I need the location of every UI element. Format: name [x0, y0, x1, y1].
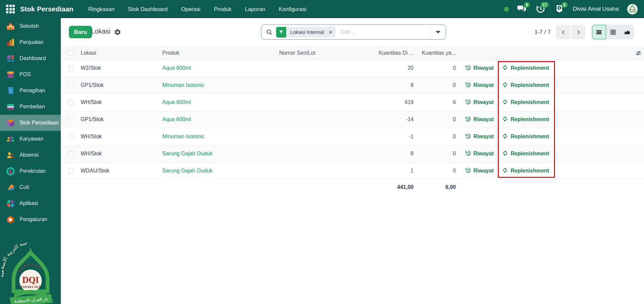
total-qty-di: 441,00 [339, 184, 414, 190]
pivot-view-button[interactable] [606, 25, 620, 39]
sidebar-item-aplikasi[interactable]: Aplikasi [0, 195, 61, 211]
cell-lokasi: WDAU/Stok [77, 168, 159, 174]
cell-qty-di: 20 [339, 65, 414, 71]
user-avatar[interactable]: DQI [627, 4, 638, 15]
sidebar-item-karyawan[interactable]: Karyawan [0, 131, 61, 147]
sync-icon [502, 116, 508, 123]
graph-view-button[interactable] [620, 25, 634, 39]
top-menu-produk[interactable]: Produk [213, 4, 232, 14]
table-row[interactable]: W2/StokAqua 600ml200RiwayatReplenishment [61, 60, 644, 77]
row-checkbox[interactable] [68, 100, 74, 105]
search-dropdown-toggle[interactable] [430, 25, 446, 39]
header-seri-lot[interactable]: Nomor Seri/Lot [275, 50, 339, 56]
apps-grid-icon[interactable] [6, 5, 15, 13]
sales-chart-icon [6, 38, 15, 47]
table-row[interactable]: WH/StokAqua 600ml4196RiwayatReplenishmen… [61, 94, 644, 111]
filter-remove-icon[interactable]: × [328, 29, 336, 35]
finance-notification[interactable]: $5 [555, 4, 565, 14]
pager-prev-button[interactable] [556, 25, 570, 39]
sidebar-item-absensi[interactable]: Absensi [0, 147, 61, 163]
header-qty-ya[interactable]: Kuantitas ya... [414, 50, 456, 56]
cell-produk-link[interactable]: Aqua 600ml [159, 99, 275, 105]
total-qty-ya: 6,00 [414, 184, 456, 190]
replenishment-button[interactable]: Replenishment [495, 82, 550, 89]
cell-produk-link[interactable]: Sarung Gajah Duduk [159, 151, 275, 157]
cell-produk-link[interactable]: Aqua 600ml [159, 116, 275, 122]
attendance-icon [6, 151, 15, 160]
activities-notification[interactable]: 17 [536, 4, 546, 14]
filter-funnel-icon[interactable] [276, 27, 286, 38]
top-menu-ringkasan[interactable]: Ringkasan [88, 4, 115, 14]
cell-produk-link[interactable]: Minuman Isotonic [159, 82, 275, 88]
riwayat-button[interactable]: Riwayat [456, 133, 495, 141]
row-checkbox[interactable] [68, 117, 74, 122]
riwayat-button[interactable]: Riwayat [456, 116, 495, 123]
riwayat-button[interactable]: Riwayat [456, 82, 495, 89]
select-all-checkbox[interactable] [68, 50, 74, 56]
search-input[interactable]: Cari ... [340, 29, 430, 35]
sidebar-item-penjualan[interactable]: Penjualan [0, 34, 61, 50]
pivot-view-icon [610, 29, 616, 36]
sidebar-item-pos[interactable]: POS [0, 66, 61, 83]
sync-icon [502, 64, 508, 72]
chevron-right-icon [575, 29, 582, 35]
row-checkbox[interactable] [68, 83, 74, 88]
top-menu: RingkasanStok DashboardOperasiProdukLapo… [88, 4, 307, 14]
sidebar-item-pengaturan[interactable]: Pengaturan [0, 211, 61, 227]
replenishment-button[interactable]: Replenishment [495, 64, 550, 72]
clock-icon [536, 9, 545, 14]
sidebar-item-stok-persediaan[interactable]: Stok Persediaan [0, 115, 61, 131]
sidebar-item-cuti[interactable]: Cuti [0, 179, 61, 195]
table-row[interactable]: WDAU/StokSarung Gajah Duduk10RiwayatRepl… [61, 162, 644, 180]
app-title[interactable]: Stok Persediaan [20, 5, 74, 13]
replenishment-button[interactable]: Replenishment [495, 167, 550, 175]
row-checkbox[interactable] [68, 168, 74, 174]
cell-produk-link[interactable]: Minuman Isotonic [159, 134, 275, 140]
sidebar-item-sekolah[interactable]: Sekolah [0, 18, 61, 34]
table-row[interactable]: WH/StokMinuman Isotonic-10RiwayatRepleni… [61, 128, 644, 145]
sidebar-item-penagihan[interactable]: $Penagihan [0, 83, 61, 99]
header-produk[interactable]: Produk [159, 50, 275, 56]
riwayat-button[interactable]: Riwayat [456, 150, 495, 158]
riwayat-button[interactable]: Riwayat [456, 167, 495, 175]
replenishment-button[interactable]: Replenishment [495, 116, 550, 123]
gear-icon[interactable] [114, 29, 121, 36]
cell-produk-link[interactable]: Aqua 600ml [159, 65, 275, 71]
top-menu-stok-dashboard[interactable]: Stok Dashboard [127, 4, 168, 14]
cell-produk-link[interactable]: Sarung Gajah Duduk [159, 168, 275, 174]
replenishment-button[interactable]: Replenishment [495, 150, 550, 158]
row-checkbox[interactable] [68, 65, 74, 71]
cell-qty-ya: 0 [414, 82, 456, 88]
top-menu-laporan[interactable]: Laporan [244, 4, 266, 14]
cell-qty-di: 8 [339, 151, 414, 157]
column-options-icon[interactable] [635, 50, 642, 56]
sidebar-item-label: Perekrutan [19, 168, 46, 174]
messages-notification[interactable]: 6 [517, 4, 527, 14]
table-row[interactable]: GP1/StokMinuman Isotonic80RiwayatRepleni… [61, 77, 644, 94]
table-row[interactable]: WH/StokSarung Gajah Duduk80RiwayatReplen… [61, 145, 644, 162]
inventory-box-icon [6, 118, 15, 128]
sidebar-item-label: Absensi [19, 152, 39, 158]
row-checkbox[interactable] [68, 134, 74, 140]
topbar: Stok Persediaan RingkasanStok DashboardO… [0, 0, 644, 18]
table-row[interactable]: GP1/StokAqua 600ml-140RiwayatReplenishme… [61, 111, 644, 128]
company-switcher[interactable]: Divisi Amal Usaha [573, 6, 619, 12]
riwayat-button[interactable]: Riwayat [456, 64, 495, 72]
top-menu-operasi[interactable]: Operasi [180, 4, 201, 14]
sidebar-item-dashboard[interactable]: Dashboard [0, 50, 61, 66]
replenishment-button[interactable]: Replenishment [495, 99, 550, 106]
filter-chip: Lokasi Internal × [276, 27, 336, 38]
riwayat-button[interactable]: Riwayat [456, 99, 495, 106]
sidebar-item-pembelian[interactable]: Pembelian [0, 99, 61, 115]
sidebar-item-perekrutan[interactable]: Perekrutan [0, 163, 61, 179]
row-checkbox[interactable] [68, 151, 74, 157]
new-record-button[interactable]: Baru [69, 26, 92, 38]
sidebar-item-label: POS [19, 71, 31, 78]
header-qty-di[interactable]: Kuantitas Di ... [339, 50, 414, 56]
top-menu-konfigurasi[interactable]: Konfigurasi [278, 4, 307, 14]
pager-next-button[interactable] [571, 25, 586, 39]
replenishment-button[interactable]: Replenishment [495, 133, 550, 141]
list-view-button[interactable] [592, 25, 606, 39]
header-lokasi[interactable]: Lokasi [77, 50, 159, 56]
chat-icon [517, 9, 526, 14]
